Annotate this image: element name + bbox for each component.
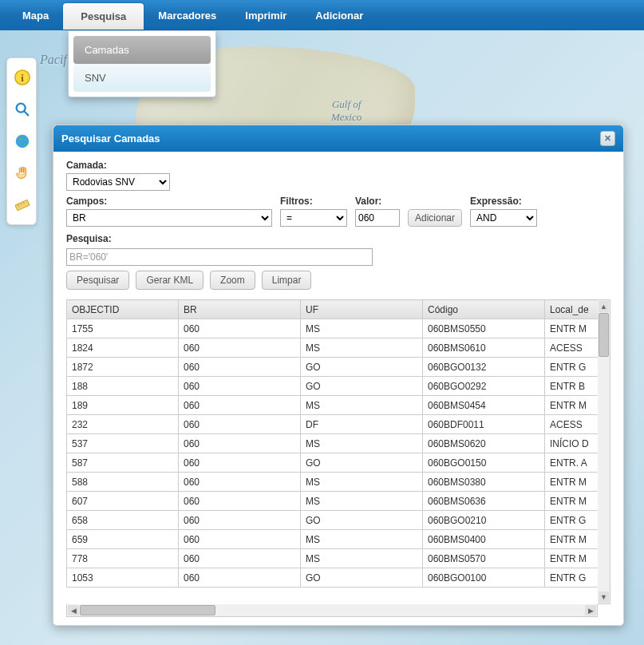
tool-globe[interactable]: [7, 125, 38, 157]
results-table: OBJECTID BR UF Código Local_de 1755060MS…: [66, 299, 598, 588]
label-pesquisa: Pesquisa:: [66, 233, 610, 244]
cell-br: 060: [179, 319, 301, 338]
table-row[interactable]: 232060DF060BDF0011ACESS: [67, 415, 599, 434]
button-gerar-kml[interactable]: Gerar KML: [136, 271, 203, 290]
table-row[interactable]: 188060GO060BGO0292ENTR B: [67, 377, 599, 396]
results-table-container: OBJECTID BR UF Código Local_de 1755060MS…: [66, 299, 610, 604]
table-row[interactable]: 1872060GO060BGO0132ENTR G: [67, 358, 599, 377]
cell-codigo: 060BMS0570: [423, 549, 545, 568]
button-adicionar-filter[interactable]: Adicionar: [408, 209, 462, 227]
cell-uf: MS: [301, 492, 423, 511]
table-row[interactable]: 658060GO060BGO0210ENTR G: [67, 511, 599, 530]
horizontal-scrollbar[interactable]: ◀ ▶: [66, 604, 598, 617]
tool-measure[interactable]: [7, 189, 38, 221]
scroll-up-arrow[interactable]: ▲: [599, 301, 609, 312]
label-camada: Camada:: [66, 160, 610, 171]
cell-codigo: 060BMS0454: [423, 396, 545, 415]
search-layers-dialog: Pesquisar Camadas ✕ Camada: Rodovias SNV…: [53, 125, 624, 626]
cell-local: ENTR G: [545, 511, 599, 530]
input-valor[interactable]: [355, 209, 400, 227]
menu-pesquisa[interactable]: Pesquisa: [63, 3, 144, 30]
ruler-icon: [14, 196, 31, 214]
dialog-close-button[interactable]: ✕: [600, 131, 615, 146]
table-row[interactable]: 588060MS060BMS0380ENTR M: [67, 473, 599, 492]
cell-codigo: 060BMS0380: [423, 473, 545, 492]
cell-uf: GO: [301, 377, 423, 396]
table-row[interactable]: 1053060GO060BGO0100ENTR G: [67, 568, 599, 588]
select-expressao[interactable]: AND: [470, 209, 537, 227]
scroll-right-arrow[interactable]: ▶: [585, 605, 596, 615]
scroll-down-arrow[interactable]: ▼: [599, 592, 609, 603]
search-icon: [14, 101, 31, 118]
cell-br: 060: [179, 415, 301, 434]
cell-br: 060: [179, 492, 301, 511]
table-row[interactable]: 587060GO060BGO0150ENTR. A: [67, 453, 599, 473]
vertical-scroll-thumb[interactable]: [599, 313, 609, 357]
menu-adicionar[interactable]: Adicionar: [301, 2, 377, 30]
select-campos[interactable]: BR: [66, 209, 272, 227]
table-row[interactable]: 659060MS060BMS0400ENTR M: [67, 530, 599, 549]
select-camada[interactable]: Rodovias SNV: [66, 173, 170, 191]
dialog-body: Camada: Rodovias SNV Campos: BR Filtros:…: [53, 152, 623, 625]
tool-info[interactable]: i: [7, 61, 38, 93]
table-row[interactable]: 537060MS060BMS0620INÍCIO D: [67, 434, 599, 453]
cell-objectid: 1755: [67, 319, 179, 338]
map-label-pacific: Pacifi: [40, 53, 70, 67]
dropdown-camadas[interactable]: Camadas: [73, 36, 211, 64]
button-pesquisar[interactable]: Pesquisar: [66, 271, 129, 290]
cell-codigo: 060BMS0620: [423, 434, 545, 453]
svg-line-3: [25, 112, 29, 116]
col-codigo[interactable]: Código: [423, 300, 545, 319]
table-row[interactable]: 1755060MS060BMS0550ENTR M: [67, 319, 599, 338]
dropdown-snv[interactable]: SNV: [73, 64, 211, 92]
table-row[interactable]: 778060MS060BMS0570ENTR M: [67, 549, 599, 568]
table-row[interactable]: 189060MS060BMS0454ENTR M: [67, 396, 599, 415]
menu-imprimir[interactable]: Imprimir: [231, 2, 301, 30]
col-br[interactable]: BR: [179, 300, 301, 319]
pesquisa-dropdown: Camadas SNV: [68, 30, 216, 97]
menu-mapa[interactable]: Mapa: [8, 2, 63, 30]
button-zoom[interactable]: Zoom: [210, 271, 255, 290]
cell-objectid: 189: [67, 396, 179, 415]
input-pesquisa[interactable]: [66, 248, 373, 266]
cell-codigo: 060BMS0636: [423, 492, 545, 511]
col-objectid[interactable]: OBJECTID: [67, 300, 179, 319]
cell-local: ENTR G: [545, 568, 599, 588]
table-row[interactable]: 1824060MS060BMS0610ACESS: [67, 338, 599, 358]
cell-uf: MS: [301, 396, 423, 415]
cell-objectid: 1053: [67, 568, 179, 588]
cell-codigo: 060BDF0011: [423, 415, 545, 434]
col-uf[interactable]: UF: [301, 300, 423, 319]
vertical-scrollbar[interactable]: ▲ ▼: [598, 299, 610, 604]
cell-local: ENTR M: [545, 549, 599, 568]
cell-uf: GO: [301, 568, 423, 588]
cell-br: 060: [179, 530, 301, 549]
dialog-header[interactable]: Pesquisar Camadas ✕: [53, 125, 623, 152]
side-toolbar: i: [6, 57, 37, 225]
select-filtros[interactable]: =: [280, 209, 347, 227]
cell-codigo: 060BGO0210: [423, 511, 545, 530]
cell-codigo: 060BMS0610: [423, 338, 545, 358]
cell-local: ENTR. A: [545, 453, 599, 473]
table-row[interactable]: 607060MS060BMS0636ENTR M: [67, 492, 599, 511]
button-limpar[interactable]: Limpar: [262, 271, 312, 290]
cell-objectid: 778: [67, 549, 179, 568]
svg-rect-5: [15, 200, 30, 211]
cell-objectid: 1872: [67, 358, 179, 377]
tool-search[interactable]: [7, 93, 38, 125]
horizontal-scroll-thumb[interactable]: [80, 605, 215, 615]
globe-icon: [14, 133, 31, 150]
cell-local: INÍCIO D: [545, 434, 599, 453]
cell-local: ENTR M: [545, 473, 599, 492]
cell-codigo: 060BMS0550: [423, 319, 545, 338]
cell-uf: MS: [301, 473, 423, 492]
cell-local: ENTR M: [545, 396, 599, 415]
cell-br: 060: [179, 549, 301, 568]
menu-marcadores[interactable]: Marcadores: [144, 2, 231, 30]
scroll-left-arrow[interactable]: ◀: [68, 605, 79, 615]
info-icon: i: [14, 69, 31, 86]
tool-pan[interactable]: [7, 157, 38, 189]
col-local[interactable]: Local_de: [545, 300, 599, 319]
cell-br: 060: [179, 396, 301, 415]
cell-local: ENTR M: [545, 319, 599, 338]
